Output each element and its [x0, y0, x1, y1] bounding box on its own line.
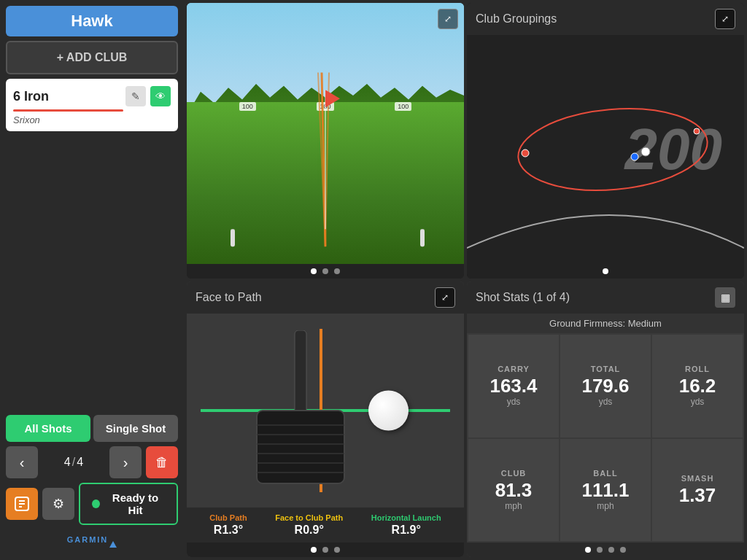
- svg-rect-9: [231, 229, 235, 246]
- delete-shot-button[interactable]: 🗑: [146, 446, 178, 478]
- roll-cell: ROLL 16.2 yds: [652, 335, 743, 438]
- grouping-ellipse-svg: [467, 35, 744, 264]
- club-head-svg: [242, 330, 359, 491]
- club-item-header: 6 Iron ✎ 👁: [13, 86, 171, 106]
- dot-1[interactable]: [311, 268, 317, 274]
- club-icons: ✎ 👁: [125, 86, 171, 106]
- club-speed-label: CLUB: [501, 469, 527, 478]
- club-path-stat: Club Path R1.3°: [209, 513, 247, 537]
- face-path-stats: Club Path R1.3° Face to Club Path R0.9° …: [187, 508, 464, 542]
- face-to-path-title-bar: Face to Path ⤢: [187, 281, 464, 314]
- total-value: 179.6: [581, 376, 629, 395]
- carry-cell: CARRY 163.4 yds: [468, 335, 559, 438]
- carry-value: 163.4: [489, 376, 537, 395]
- ball-speed-cell: BALL 111.1 mph: [560, 439, 651, 542]
- smash-value: 1.37: [679, 486, 716, 505]
- garmin-text: GARMIN: [67, 535, 109, 544]
- main-content: 100 100 100: [184, 0, 747, 560]
- svg-point-14: [522, 149, 529, 157]
- ready-to-hit-button[interactable]: Ready to Hit: [79, 483, 178, 525]
- ball-speed-label: BALL: [593, 469, 617, 478]
- dot-2[interactable]: [322, 268, 328, 274]
- shot-total: 4: [77, 456, 83, 469]
- shot-current: 4: [64, 456, 71, 469]
- stats-dot-2[interactable]: [597, 547, 603, 553]
- garmin-logo: GARMIN: [6, 529, 178, 554]
- shot-stats-title: Shot Stats (1 of 4): [476, 291, 570, 304]
- sidebar: Hawk + ADD CLUB 6 Iron ✎ 👁 Srixon All Sh…: [0, 0, 184, 560]
- club-path-label: Club Path: [209, 513, 247, 522]
- golf-sim-panel: 100 100 100: [187, 3, 464, 279]
- shot-slash: /: [72, 456, 75, 469]
- roll-label: ROLL: [685, 365, 710, 373]
- stats-dot-3[interactable]: [608, 547, 614, 553]
- grouping-dots-bar: [467, 264, 744, 279]
- horiz-label: Horizontal Launch: [371, 513, 441, 522]
- shot-nav: ‹ 4 / 4 › 🗑: [6, 446, 178, 478]
- svg-point-15: [694, 128, 700, 134]
- ready-indicator: [92, 499, 100, 508]
- prev-shot-button[interactable]: ‹: [6, 446, 38, 478]
- shot-toggle: All Shots Single Shot: [6, 415, 178, 442]
- smash-cell: SMASH 1.37: [652, 439, 743, 542]
- calculator-icon: ▦: [721, 292, 730, 303]
- club-name: 6 Iron: [13, 89, 49, 104]
- grouping-dot-1[interactable]: [603, 268, 608, 274]
- face-dot-2[interactable]: [322, 547, 328, 553]
- face-path-view: [187, 314, 464, 508]
- club-groupings-panel: Club Groupings ⤢ 200: [467, 3, 744, 279]
- stats-grid: CARRY 163.4 yds TOTAL 179.6 yds ROLL 16.…: [467, 333, 744, 542]
- firmness-label: Ground Firmness: Medium: [467, 314, 744, 333]
- next-shot-button[interactable]: ›: [109, 446, 142, 478]
- club-groupings-expand-button[interactable]: ⤢: [715, 9, 735, 29]
- horiz-launch-stat: Horizontal Launch R1.9°: [371, 513, 441, 537]
- golf-sim-expand-button[interactable]: ⤢: [438, 9, 458, 29]
- golf-sim-dots: [187, 264, 464, 279]
- club-speed-unit: mph: [505, 501, 522, 511]
- all-shots-button[interactable]: All Shots: [6, 415, 90, 442]
- svg-point-11: [515, 101, 711, 198]
- stats-dot-4[interactable]: [620, 547, 626, 553]
- face-to-path-stat: Face to Club Path R0.9°: [275, 513, 343, 537]
- dot-3[interactable]: [334, 268, 340, 274]
- club-groupings-title-bar: Club Groupings ⤢: [467, 3, 744, 35]
- settings-button[interactable]: ⚙: [42, 488, 74, 520]
- svg-marker-8: [325, 90, 340, 107]
- face-to-path-panel: Face to Path ⤢: [187, 281, 464, 557]
- face-label: Face to Club Path: [275, 513, 343, 522]
- expand-icon: ⤢: [444, 14, 452, 24]
- total-cell: TOTAL 179.6 yds: [560, 335, 651, 438]
- single-shot-button[interactable]: Single Shot: [93, 415, 178, 442]
- golf-sim-view: 100 100 100: [187, 3, 464, 264]
- carry-label: CARRY: [498, 365, 530, 373]
- stats-dot-1[interactable]: [585, 547, 591, 553]
- ball-speed-value: 111.1: [581, 481, 629, 499]
- profile-button[interactable]: [6, 488, 38, 520]
- club-groupings-title: Club Groupings: [476, 12, 557, 26]
- club-brand: Srixon: [13, 114, 171, 125]
- face-dot-1[interactable]: [311, 547, 317, 553]
- svg-point-12: [631, 153, 638, 160]
- club-path-value: R1.3°: [209, 524, 247, 537]
- total-unit: yds: [599, 397, 613, 407]
- face-to-path-expand-button[interactable]: ⤢: [435, 287, 455, 308]
- face-to-path-title: Face to Path: [196, 291, 262, 304]
- calculator-button[interactable]: ▦: [715, 287, 735, 308]
- horiz-value: R1.9°: [371, 524, 441, 537]
- club-item: 6 Iron ✎ 👁 Srixon: [6, 79, 178, 131]
- svg-rect-10: [420, 229, 425, 246]
- add-club-button[interactable]: + ADD CLUB: [6, 41, 178, 74]
- golf-background: 100 100 100: [187, 3, 464, 264]
- bottom-controls: ⚙ Ready to Hit: [6, 483, 178, 525]
- roll-unit: yds: [691, 397, 705, 407]
- visibility-toggle-button[interactable]: 👁: [150, 86, 171, 106]
- club-underline: [13, 109, 123, 112]
- face-value: R0.9°: [275, 524, 343, 537]
- svg-point-13: [641, 147, 650, 156]
- face-dot-3[interactable]: [334, 547, 340, 553]
- roll-value: 16.2: [679, 376, 716, 395]
- ready-label: Ready to Hit: [106, 491, 165, 516]
- edit-club-button[interactable]: ✎: [125, 86, 146, 106]
- sidebar-title: Hawk: [6, 6, 178, 36]
- carry-unit: yds: [507, 397, 521, 407]
